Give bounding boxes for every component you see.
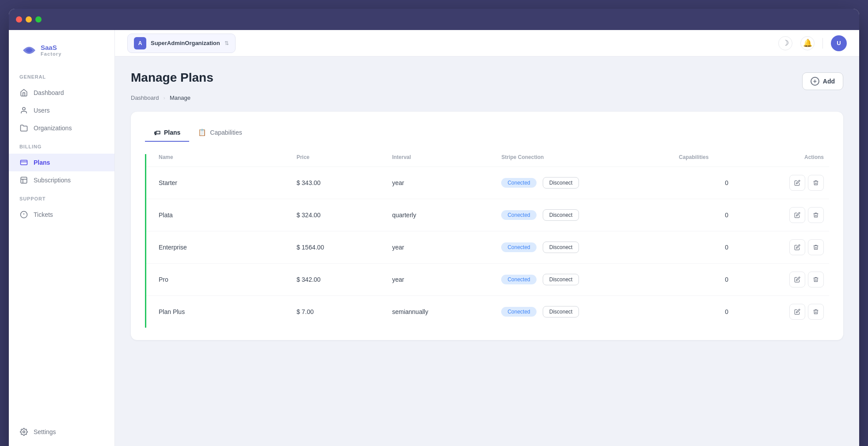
edit-button-4[interactable]	[789, 304, 805, 320]
edit-button-0[interactable]	[789, 175, 805, 191]
cell-capabilities-4: 0	[679, 296, 774, 328]
table-header-row: Name Price Interval Stripe Conection Cap…	[146, 154, 829, 167]
sidebar-item-settings[interactable]: Settings	[9, 423, 114, 441]
cell-interval-1: quarterly	[392, 199, 501, 231]
cell-name-2: Enterprise	[146, 231, 297, 264]
sidebar-item-label: Settings	[34, 428, 56, 435]
cell-actions-4	[774, 296, 829, 328]
cell-price-4: $ 7.00	[297, 296, 392, 328]
sidebar-item-label: Plans	[34, 159, 50, 166]
main-area: A SuperAdminOrganization ⇅ ☽ 🔔 U Manage …	[115, 30, 859, 446]
org-icon: A	[134, 37, 146, 49]
disconnect-button-0[interactable]: Disconect	[543, 177, 579, 189]
topbar: A SuperAdminOrganization ⇅ ☽ 🔔 U	[115, 30, 859, 57]
app-window: SaaS Factory General Dashboard Users	[9, 9, 859, 446]
svg-rect-1	[21, 160, 27, 165]
capabilities-tab-icon: 📋	[198, 129, 206, 136]
sidebar-item-dashboard[interactable]: Dashboard	[9, 84, 114, 102]
cell-capabilities-0: 0	[679, 167, 774, 199]
col-header-price: Price	[297, 154, 392, 167]
cell-price-0: $ 343.00	[297, 167, 392, 199]
sidebar-spacer	[9, 223, 114, 423]
tab-capabilities[interactable]: 📋 Capabilities	[189, 124, 251, 142]
cell-name-4: Plan Plus	[146, 296, 297, 328]
section-label-support: Support	[9, 196, 114, 206]
add-button[interactable]: + Add	[802, 72, 843, 90]
org-name: SuperAdminOrganization	[151, 40, 220, 46]
col-header-name: Name	[146, 154, 297, 167]
status-badge-3: Conected	[501, 275, 536, 284]
sidebar-item-subscriptions[interactable]: Subscriptions	[9, 171, 114, 189]
cell-actions-2	[774, 231, 829, 264]
delete-button-1[interactable]	[808, 207, 824, 223]
breadcrumb-manage: Manage	[170, 94, 190, 101]
section-label-general: General	[9, 74, 114, 84]
close-button[interactable]	[16, 16, 22, 23]
section-label-billing: Billing	[9, 144, 114, 154]
topbar-actions: ☽ 🔔 U	[778, 35, 847, 51]
maximize-button[interactable]	[35, 16, 42, 23]
notifications-icon[interactable]: 🔔	[800, 36, 815, 50]
cell-price-2: $ 1564.00	[297, 231, 392, 264]
breadcrumb-dashboard[interactable]: Dashboard	[131, 94, 159, 101]
minimize-button[interactable]	[26, 16, 32, 23]
plans-icon	[19, 158, 28, 167]
users-icon	[19, 106, 28, 115]
disconnect-button-1[interactable]: Disconect	[543, 209, 579, 221]
avatar[interactable]: U	[831, 35, 847, 51]
cell-capabilities-3: 0	[679, 264, 774, 296]
svg-point-0	[23, 107, 25, 110]
delete-button-3[interactable]	[808, 272, 824, 287]
breadcrumb: Dashboard › Manage	[131, 94, 843, 101]
cell-stripe-4: Conected Disconect	[501, 296, 679, 328]
delete-button-4[interactable]	[808, 304, 824, 320]
status-badge-2: Conected	[501, 242, 536, 252]
tab-capabilities-label: Capabilities	[210, 129, 242, 136]
app-body: SaaS Factory General Dashboard Users	[9, 30, 859, 446]
edit-button-2[interactable]	[789, 239, 805, 255]
divider-icon	[822, 38, 823, 49]
cell-capabilities-1: 0	[679, 199, 774, 231]
edit-button-1[interactable]	[789, 207, 805, 223]
moon-icon[interactable]: ☽	[778, 36, 792, 50]
sidebar-item-users[interactable]: Users	[9, 102, 114, 119]
content-area: Manage Plans + Add Dashboard › Manage	[115, 57, 859, 446]
tickets-icon	[19, 210, 28, 219]
home-icon	[19, 88, 28, 97]
table-container: Name Price Interval Stripe Conection Cap…	[145, 154, 829, 328]
sidebar-item-plans[interactable]: Plans	[9, 154, 114, 171]
subscriptions-icon	[19, 176, 28, 185]
col-header-stripe: Stripe Conection	[501, 154, 679, 167]
col-header-actions: Actions	[774, 154, 829, 167]
cell-interval-2: year	[392, 231, 501, 264]
sidebar-item-label: Dashboard	[34, 89, 64, 96]
tab-plans[interactable]: 🏷 Plans	[145, 124, 189, 142]
add-icon: +	[811, 77, 819, 86]
col-header-capabilities: Capabilities	[679, 154, 774, 167]
table-row: Starter $ 343.00 year Conected Disconect…	[146, 167, 829, 199]
table-row: Pro $ 342.00 year Conected Disconect 0	[146, 264, 829, 296]
cell-stripe-1: Conected Disconect	[501, 199, 679, 231]
sidebar-item-tickets[interactable]: Tickets	[9, 206, 114, 223]
status-badge-4: Conected	[501, 307, 536, 317]
cell-actions-3	[774, 264, 829, 296]
tabs: 🏷 Plans 📋 Capabilities	[145, 124, 829, 142]
svg-point-5	[23, 431, 25, 433]
edit-button-3[interactable]	[789, 272, 805, 287]
delete-button-2[interactable]	[808, 239, 824, 255]
disconnect-button-2[interactable]: Disconect	[543, 242, 579, 253]
col-header-interval: Interval	[392, 154, 501, 167]
disconnect-button-4[interactable]: Disconect	[543, 306, 579, 317]
tab-plans-label: Plans	[164, 129, 180, 136]
disconnect-button-3[interactable]: Disconect	[543, 274, 579, 285]
sidebar-item-label: Users	[34, 107, 50, 114]
status-badge-0: Conected	[501, 178, 536, 188]
sidebar-item-label: Organizations	[34, 125, 72, 132]
cell-interval-0: year	[392, 167, 501, 199]
plans-table: Name Price Interval Stripe Conection Cap…	[146, 154, 829, 328]
sidebar-item-organizations[interactable]: Organizations	[9, 119, 114, 137]
cell-interval-3: year	[392, 264, 501, 296]
org-selector[interactable]: A SuperAdminOrganization ⇅	[127, 34, 236, 53]
delete-button-0[interactable]	[808, 175, 824, 191]
cell-actions-1	[774, 199, 829, 231]
